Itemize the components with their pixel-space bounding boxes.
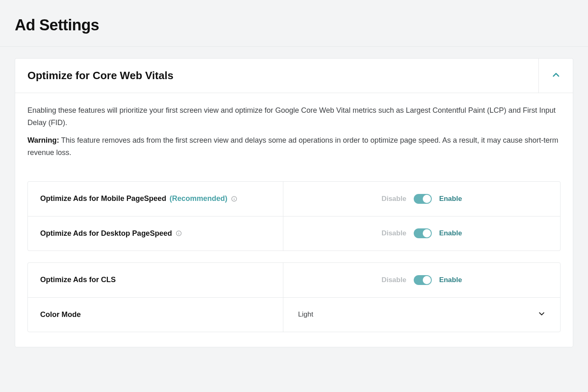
settings-group-pagespeed: Optimize Ads for Mobile PageSpeed (Recom… (27, 181, 561, 251)
recommended-badge: (Recommended) (169, 194, 227, 203)
panel-title: Optimize for Core Web Vitals (15, 59, 538, 93)
setting-row-cls: Optimize Ads for CLS Disable Enable (28, 263, 560, 297)
panel-collapse-button[interactable] (538, 59, 573, 93)
setting-row-mobile-pagespeed: Optimize Ads for Mobile PageSpeed (Recom… (28, 182, 560, 216)
panel-warning: Warning: This feature removes ads from t… (27, 134, 561, 159)
settings-group-cls: Optimize Ads for CLS Disable Enable Colo… (27, 262, 561, 332)
svg-point-5 (179, 232, 179, 232)
panel-header: Optimize for Core Web Vitals (15, 59, 573, 93)
setting-label-color-mode: Color Mode (28, 298, 283, 332)
chevron-up-icon (552, 71, 561, 81)
setting-label-text: Optimize Ads for Desktop PageSpeed (40, 229, 172, 238)
setting-label-text: Optimize Ads for CLS (40, 276, 116, 284)
setting-control-cls: Disable Enable (283, 263, 560, 297)
info-icon[interactable] (230, 195, 238, 203)
setting-label-mobile-pagespeed: Optimize Ads for Mobile PageSpeed (Recom… (28, 182, 283, 216)
svg-point-2 (234, 197, 235, 198)
setting-label-text: Optimize Ads for Mobile PageSpeed (40, 194, 166, 203)
warning-label: Warning: (27, 136, 59, 144)
desktop-pagespeed-toggle[interactable] (414, 228, 432, 238)
toggle-enable-label: Enable (439, 195, 462, 203)
panel-description-text: Enabling these features will prioritize … (27, 105, 561, 129)
info-icon[interactable] (175, 230, 182, 237)
page-title: Ad Settings (15, 16, 573, 34)
panel-body: Enabling these features will prioritize … (15, 93, 573, 347)
cls-toggle[interactable] (414, 275, 432, 285)
setting-row-desktop-pagespeed: Optimize Ads for Desktop PageSpeed Disab… (28, 216, 560, 251)
setting-control-color-mode: Light (283, 298, 560, 332)
color-mode-value: Light (298, 310, 313, 319)
warning-text: This feature removes ads from the first … (27, 136, 558, 157)
ad-settings-page: Ad Settings Optimize for Core Web Vitals… (0, 0, 588, 392)
setting-label-desktop-pagespeed: Optimize Ads for Desktop PageSpeed (28, 217, 283, 251)
toggle-enable-label: Enable (439, 276, 462, 284)
core-web-vitals-panel: Optimize for Core Web Vitals Enabling th… (15, 58, 573, 347)
toggle-disable-label: Disable (381, 229, 406, 237)
mobile-pagespeed-toggle[interactable] (414, 194, 432, 204)
toggle-disable-label: Disable (381, 276, 406, 284)
setting-label-text: Color Mode (40, 310, 81, 319)
color-mode-select[interactable]: Light (296, 310, 548, 319)
setting-control-desktop-pagespeed: Disable Enable (283, 217, 560, 251)
toggle-enable-label: Enable (439, 229, 462, 237)
chevron-down-icon (538, 310, 545, 319)
panel-description: Enabling these features will prioritize … (27, 105, 561, 159)
toggle-disable-label: Disable (381, 195, 406, 203)
setting-control-mobile-pagespeed: Disable Enable (283, 182, 560, 216)
page-header: Ad Settings (0, 0, 588, 47)
setting-row-color-mode: Color Mode Light (28, 297, 560, 332)
setting-label-cls: Optimize Ads for CLS (28, 263, 283, 297)
